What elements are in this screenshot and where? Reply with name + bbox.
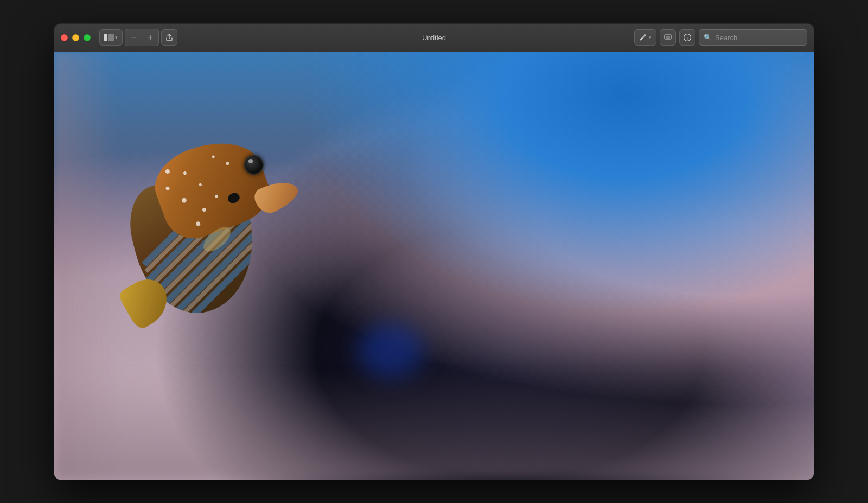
spot-2 bbox=[183, 171, 187, 175]
search-input[interactable] bbox=[715, 34, 802, 42]
image-canvas bbox=[54, 52, 814, 480]
spot-7 bbox=[202, 207, 207, 212]
sidebar-toggle-button[interactable]: ▾ bbox=[99, 29, 123, 46]
window-title: Untitled bbox=[422, 34, 446, 42]
titlebar: ▾ − + Untitled ▾ bbox=[54, 24, 814, 52]
zoom-in-button[interactable]: + bbox=[142, 29, 158, 46]
fish-eye bbox=[244, 155, 264, 175]
fish-subject bbox=[125, 123, 331, 351]
toolbar-right: ▾ i 🔍 bbox=[634, 29, 807, 46]
markup-tool-button[interactable]: ▾ bbox=[634, 29, 656, 46]
chevron-down-icon: ▾ bbox=[115, 35, 118, 40]
share-button[interactable] bbox=[161, 29, 177, 46]
share-icon bbox=[165, 34, 173, 41]
sidebar-icon bbox=[104, 34, 114, 41]
close-button[interactable] bbox=[61, 34, 68, 41]
zoom-out-button[interactable]: − bbox=[125, 29, 142, 46]
svg-rect-1 bbox=[666, 36, 670, 39]
spot-1 bbox=[165, 168, 170, 174]
pen-icon bbox=[639, 34, 647, 41]
svg-text:i: i bbox=[687, 36, 688, 41]
blue-accent-highlight bbox=[358, 323, 423, 378]
content-area bbox=[54, 52, 814, 480]
spot-9 bbox=[226, 161, 230, 165]
app-window: ▾ − + Untitled ▾ bbox=[54, 24, 814, 480]
spot-3 bbox=[165, 186, 170, 190]
search-box[interactable]: 🔍 bbox=[699, 29, 807, 46]
dof-blur-bottom bbox=[54, 371, 814, 480]
spot-6 bbox=[214, 194, 219, 199]
traffic-lights bbox=[61, 34, 91, 41]
toolbar-left: ▾ − + bbox=[99, 29, 177, 46]
maximize-button[interactable] bbox=[84, 34, 91, 41]
chevron-down-icon: ▾ bbox=[649, 35, 652, 40]
layers-button[interactable] bbox=[660, 29, 676, 46]
info-icon: i bbox=[683, 33, 692, 42]
spot-8 bbox=[212, 155, 215, 158]
minimize-button[interactable] bbox=[72, 34, 79, 41]
search-icon: 🔍 bbox=[704, 34, 712, 41]
layers-icon bbox=[663, 34, 672, 41]
spot-5 bbox=[181, 197, 188, 203]
spot-4 bbox=[199, 183, 202, 186]
zoom-controls: − + bbox=[125, 29, 159, 46]
info-button[interactable]: i bbox=[679, 29, 695, 46]
spot-10 bbox=[195, 221, 201, 226]
